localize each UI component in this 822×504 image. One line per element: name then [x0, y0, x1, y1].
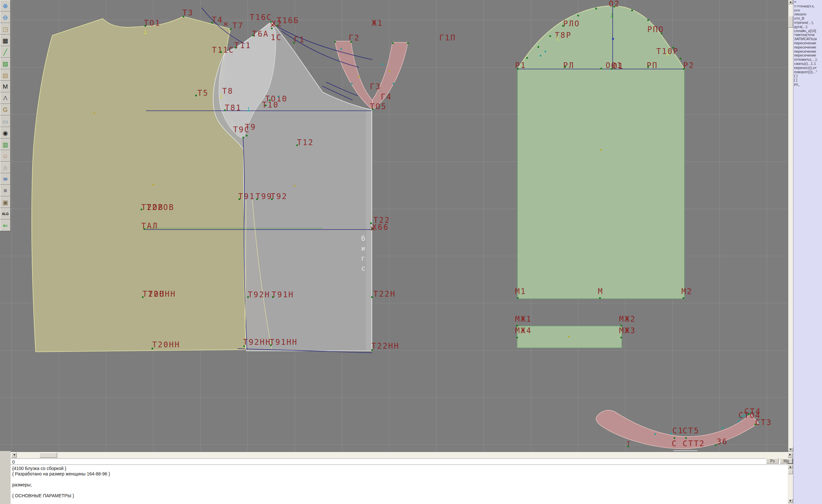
point-marker [671, 433, 672, 434]
portrait-icon-button[interactable]: ☺ [0, 150, 11, 162]
command-item[interactable]: отл [793, 8, 822, 13]
point-label: Т5 [197, 89, 209, 97]
point-marker [271, 28, 273, 29]
image-icon: ▧ [3, 60, 8, 67]
script-console[interactable]: 0 {4100 Блузка со сборкой } { Разработан… [11, 458, 788, 504]
point-label: С1 [672, 427, 684, 435]
point-marker [276, 25, 278, 27]
pattern-preview-icon-button[interactable]: ◳ [0, 23, 11, 35]
point-marker [407, 42, 409, 44]
canvas-vscroll-thumb[interactable] [788, 16, 793, 28]
point-marker [270, 345, 272, 346]
image-icon-button[interactable]: ▧ [0, 58, 11, 69]
grid-icon-button[interactable]: ▦ [0, 35, 11, 46]
zoom-in-icon-button[interactable]: ⊕ [0, 0, 11, 12]
command-item[interactable]: [ ] [793, 78, 822, 82]
point-marker [381, 64, 383, 65]
command-item[interactable]: перенос((),от [793, 66, 822, 70]
point-marker [517, 68, 518, 70]
point-label: М2 [681, 288, 693, 295]
point-label: Т81 [225, 104, 242, 112]
point-label: Г4 [381, 93, 392, 101]
point-marker [526, 57, 528, 59]
command-item[interactable]: лекало [793, 12, 822, 16]
point-label: МЖ1 [515, 315, 532, 323]
command-item[interactable]: = [793, 0, 822, 4]
alg-document-icon-button[interactable]: ALG [0, 208, 11, 219]
pattern-piece-vstand-left[interactable] [335, 41, 372, 110]
camera-icon-button[interactable]: ◉ [0, 127, 11, 139]
g-tool-icon-button[interactable]: G [0, 104, 11, 115]
command-item[interactable]: пересечение [793, 41, 822, 45]
console-vscroll-thumb[interactable] [788, 470, 793, 474]
console-scroll-up-icon[interactable]: ▲ [788, 465, 793, 469]
text-list-icon-button[interactable]: ≡ [0, 185, 11, 196]
garment-sketch-icon-button[interactable]: ⌂ [0, 162, 11, 173]
scroll-up-icon[interactable]: ▲ [788, 0, 793, 4]
canvas-hscroll-thumb[interactable] [39, 453, 57, 458]
point-label: Т11С [212, 46, 235, 54]
point-marker [183, 16, 184, 17]
console-vscrollbar[interactable]: ▲ ▼ [788, 464, 793, 504]
books-icon: ▣ [3, 199, 8, 206]
size-table-icon-button[interactable]: ▥ [0, 139, 11, 150]
point-marker [350, 41, 352, 43]
ruler-icon-button[interactable]: ▭ [0, 115, 11, 127]
command-item[interactable]: сжать(()...1.1 [793, 62, 822, 66]
drawing-canvas[interactable]: ТО1Т3Т4Т7Т16СТ16БХ2Т6А1СГ1Т11Т11СТ5Т8Т81… [0, 0, 788, 451]
command-item[interactable]: отрезок( , ); [793, 21, 822, 25]
point-marker [372, 108, 373, 110]
3d-view-icon-button[interactable]: 3D [0, 173, 11, 185]
command-item[interactable]: т:=точка(т.х, [793, 4, 822, 8]
point-marker [392, 42, 394, 44]
point-label: Т7 [233, 22, 244, 30]
point-label: Г2 [349, 34, 360, 42]
point-marker [683, 68, 685, 70]
command-item[interactable]: отложить(,...); [793, 57, 822, 62]
console-text[interactable]: {4100 Блузка со сборкой } { Разработано … [12, 466, 110, 504]
point-label: Т22Н [373, 290, 396, 298]
command-line-value[interactable]: 0 [12, 459, 15, 465]
pattern-piece-back[interactable] [32, 16, 246, 352]
point-label: СТ5 [683, 427, 699, 435]
command-item[interactable]: поворот(())..." [793, 70, 822, 74]
command-item[interactable]: пересечение [793, 53, 822, 57]
command-item[interactable]: рз_ [793, 82, 822, 86]
scroll-left-icon[interactable]: ◄ [12, 453, 17, 458]
canvas-vscrollbar[interactable]: ▲ ▼ [788, 0, 793, 452]
command-item[interactable]: пересечение [793, 45, 822, 49]
pattern-piece-icon-button[interactable]: ▤ [0, 69, 11, 81]
measure-line-icon-button[interactable]: ╱ [0, 46, 11, 58]
pattern-m-icon-button[interactable]: M [0, 81, 11, 92]
point-marker [647, 19, 649, 21]
camera-icon: ◉ [3, 129, 8, 137]
command-item[interactable]: пересечение [793, 49, 822, 54]
exit-arrow-icon-button[interactable]: ⇐ [0, 219, 11, 231]
point-marker [296, 144, 298, 146]
books-icon-button[interactable]: ▣ [0, 196, 11, 208]
zoom-in-icon: ⊕ [3, 2, 8, 10]
point-marker [748, 414, 750, 415]
canvas-hscrollbar[interactable]: ◄ ► [11, 452, 793, 458]
point-marker [246, 135, 248, 136]
scroll-right-icon[interactable]: ► [788, 453, 793, 458]
command-item[interactable]: { } [793, 74, 822, 78]
size-table-icon: ▥ [3, 141, 8, 148]
md-button[interactable]: Мд [780, 458, 792, 464]
scroll-down-icon[interactable]: ▼ [788, 448, 793, 452]
command-item[interactable]: ЗАПИСАТЬ(и [793, 37, 822, 41]
command-item[interactable]: =метка(точк [793, 33, 822, 37]
zoom-out-icon-button[interactable]: ⊖ [0, 12, 11, 23]
point-marker [358, 76, 360, 77]
point-label: Р2 [683, 62, 695, 69]
command-item[interactable]: сплайн_к[10] [793, 29, 822, 33]
point-marker [516, 337, 518, 338]
command-item[interactable]: дуга(...); [793, 25, 822, 29]
point-label: Т20НН [152, 341, 180, 349]
console-scroll-down-icon[interactable]: ▼ [788, 499, 793, 503]
command-panel: =т:=точка(т.х,отллекалоотл_Вотрезок( , )… [793, 0, 822, 504]
point-marker [562, 25, 564, 27]
command-item[interactable]: отл_В [793, 16, 822, 21]
compass-icon-button[interactable]: Λ [0, 92, 11, 104]
rz-button[interactable]: Рз [766, 458, 779, 464]
